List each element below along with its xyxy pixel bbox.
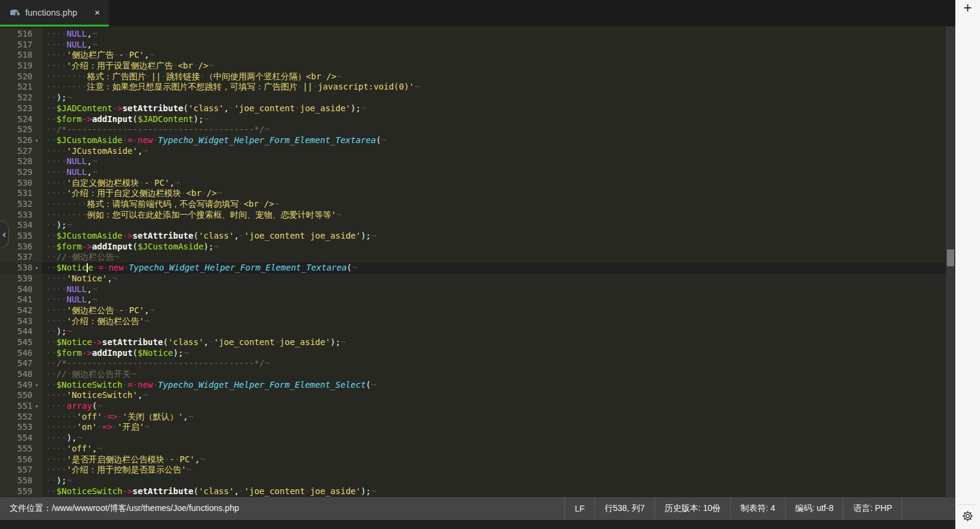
code-line[interactable]: 530····'自定义侧边栏模块·-·PC',¬: [0, 178, 946, 189]
code-line[interactable]: 532········格式：请填写前端代码，不会写请勿填写·<br·/>¬: [0, 199, 946, 210]
code-line[interactable]: 548··//·侧边栏公告开关¬: [0, 369, 946, 380]
line-number[interactable]: 549▾: [0, 380, 42, 391]
code-line[interactable]: 527····'JCustomAside',¬: [0, 146, 946, 157]
status-item-tab-size[interactable]: 制表符: 4: [730, 497, 785, 520]
line-number[interactable]: 542: [0, 305, 42, 316]
code-line[interactable]: 536··$form->addInput($JCustomAside);¬: [0, 242, 946, 252]
line-number[interactable]: 524: [0, 114, 42, 125]
line-number[interactable]: 530: [0, 178, 42, 189]
code-line[interactable]: 529····NULL,¬: [0, 167, 946, 178]
code-line[interactable]: 534··);¬: [0, 220, 946, 231]
line-number[interactable]: 546: [0, 348, 42, 359]
status-item-encoding[interactable]: 编码: utf-8: [785, 497, 843, 520]
line-number[interactable]: 544: [0, 326, 42, 337]
line-number[interactable]: 552: [0, 412, 42, 423]
line-number[interactable]: 538▾: [0, 263, 42, 274]
code-line[interactable]: 517····NULL,¬: [0, 40, 946, 50]
line-number[interactable]: 519: [0, 61, 42, 72]
code-line[interactable]: 531····'介绍：用于自定义侧边栏模块·<br·/>¬: [0, 188, 946, 199]
line-number[interactable]: 553: [0, 422, 42, 433]
code-line[interactable]: 528····NULL,¬: [0, 156, 946, 167]
line-number[interactable]: 559: [0, 486, 42, 497]
line-number[interactable]: 551▾: [0, 401, 42, 412]
code-line[interactable]: 538▾··$Notice·=·new·Typecho_Widget_Helpe…: [0, 263, 946, 274]
code-line[interactable]: 551▾····array(¬: [0, 401, 946, 412]
status-item-eol[interactable]: LF: [564, 497, 594, 520]
code-line[interactable]: 553······'on'·=>·'开启'¬: [0, 422, 946, 433]
code-line[interactable]: 541····NULL,¬: [0, 295, 946, 305]
line-number[interactable]: 528: [0, 156, 42, 167]
line-number[interactable]: 516: [0, 29, 42, 40]
line-number[interactable]: 557: [0, 465, 42, 475]
code-line[interactable]: 550····'NoticeSwitch',¬: [0, 390, 946, 401]
code-line[interactable]: 533········例如：您可以在此处添加一个搜索框、时间、宠物、恋爱计时等等…: [0, 210, 946, 221]
line-number[interactable]: 547: [0, 358, 42, 369]
line-number[interactable]: 525: [0, 124, 42, 135]
code-line[interactable]: 518····'侧边栏广告·-·PC',¬: [0, 50, 946, 61]
line-number[interactable]: 556: [0, 454, 42, 465]
line-number[interactable]: 539: [0, 274, 42, 284]
code-line[interactable]: 539····'Notice',¬: [0, 274, 946, 284]
add-tab-button[interactable]: +: [955, 0, 980, 16]
code-line[interactable]: 556····'是否开启侧边栏公告模块·-·PC',¬: [0, 454, 946, 465]
status-item-language[interactable]: 语言: PHP: [843, 497, 902, 520]
line-number[interactable]: 532: [0, 199, 42, 210]
line-number[interactable]: 526▾: [0, 135, 42, 146]
line-number[interactable]: 517: [0, 40, 42, 50]
line-number[interactable]: 545: [0, 337, 42, 348]
status-item-cursor-position[interactable]: 行538, 列7: [594, 497, 655, 520]
code-line[interactable]: 545··$Notice->setAttribute('class',·'joe…: [0, 337, 946, 348]
tab-functions-php[interactable]: functions.php ×: [0, 0, 109, 26]
code-line[interactable]: 521········注意：如果您只想显示图片不想跳转，可填写：广告图片·||·…: [0, 82, 946, 93]
code-line[interactable]: 526▾··$JCustomAside·=·new·Typecho_Widget…: [0, 135, 946, 146]
tab-close-icon[interactable]: ×: [93, 7, 102, 18]
fold-toggle-icon[interactable]: ▾: [32, 401, 41, 412]
code-line[interactable]: 557····'介绍：用于控制是否显示公告'¬: [0, 465, 946, 475]
code-line[interactable]: 535··$JCustomAside->setAttribute('class'…: [0, 231, 946, 242]
code-line[interactable]: 519····'介绍：用于设置侧边栏广告·<br·/>¬: [0, 61, 946, 72]
code-line[interactable]: 542····'侧边栏公告·-·PC',¬: [0, 305, 946, 316]
code-line[interactable]: 555····'off',¬: [0, 444, 946, 454]
code-line[interactable]: 549▾··$NoticeSwitch·=·new·Typecho_Widget…: [0, 380, 946, 391]
status-item-history[interactable]: 历史版本: 10份: [655, 497, 730, 520]
code-line[interactable]: 547··/*---------------------------------…: [0, 358, 946, 369]
code-line[interactable]: 552······'off'·=>·'关闭（默认）',¬: [0, 412, 946, 423]
settings-button[interactable]: [961, 510, 974, 522]
line-number[interactable]: 550: [0, 390, 42, 401]
code-line[interactable]: 546··$form->addInput($Notice);¬: [0, 348, 946, 359]
line-number[interactable]: 521: [0, 82, 42, 93]
line-number[interactable]: 522: [0, 93, 42, 103]
line-number[interactable]: 555: [0, 444, 42, 454]
code-line[interactable]: 558··);¬: [0, 475, 946, 486]
line-number[interactable]: 543: [0, 316, 42, 327]
line-number[interactable]: 533: [0, 210, 42, 221]
line-number[interactable]: 529: [0, 167, 42, 178]
line-number[interactable]: 548: [0, 369, 42, 380]
code-line[interactable]: 544··);¬: [0, 326, 946, 337]
line-number[interactable]: 558: [0, 475, 42, 486]
fold-toggle-icon[interactable]: ▾: [32, 135, 41, 146]
code-line[interactable]: 554····),¬: [0, 433, 946, 444]
scrollbar-thumb[interactable]: [947, 249, 954, 266]
line-number[interactable]: 518: [0, 50, 42, 61]
code-line[interactable]: 516····NULL,¬: [0, 29, 946, 40]
code-line[interactable]: 540····NULL,¬: [0, 284, 946, 295]
line-number[interactable]: 520: [0, 72, 42, 82]
line-number[interactable]: 531: [0, 188, 42, 199]
code-line[interactable]: 559··$NoticeSwitch->setAttribute('class'…: [0, 486, 946, 497]
fold-toggle-icon[interactable]: ▾: [32, 263, 41, 274]
code-line[interactable]: 524··$form->addInput($JADContent);¬: [0, 114, 946, 125]
line-number[interactable]: 540: [0, 284, 42, 295]
fold-toggle-icon[interactable]: ▾: [32, 380, 41, 391]
code-line[interactable]: 520········格式：广告图片·||·跳转链接·（中间使用两个竖杠分隔）<…: [0, 72, 946, 82]
code-line[interactable]: 543····'介绍：侧边栏公告'¬: [0, 316, 946, 327]
code-line[interactable]: 522··);¬: [0, 93, 946, 103]
line-number[interactable]: 537: [0, 252, 42, 263]
scrollbar[interactable]: [946, 26, 955, 497]
code-line[interactable]: 525··/*---------------------------------…: [0, 124, 946, 135]
line-number[interactable]: 541: [0, 295, 42, 305]
line-number[interactable]: 554: [0, 433, 42, 444]
line-number[interactable]: 527: [0, 146, 42, 157]
code-line[interactable]: 537··//·侧边栏公告¬: [0, 252, 946, 263]
editor[interactable]: 516····NULL,¬517····NULL,¬518····'侧边栏广告·…: [0, 26, 955, 497]
